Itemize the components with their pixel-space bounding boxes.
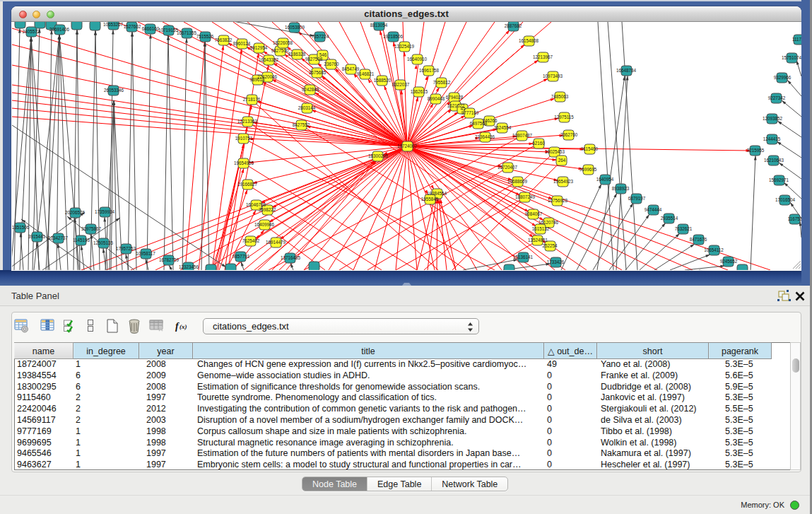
- svg-text:6466160: 6466160: [142, 26, 160, 31]
- svg-text:17359934: 17359934: [95, 209, 115, 214]
- svg-text:20691406: 20691406: [49, 27, 70, 32]
- svg-text:12213967: 12213967: [533, 54, 553, 59]
- svg-text:2405572: 2405572: [23, 29, 40, 34]
- svg-text:13716485: 13716485: [281, 255, 301, 260]
- svg-text:7515526: 7515526: [196, 34, 214, 39]
- svg-text:13325419: 13325419: [394, 44, 415, 49]
- svg-text:746266: 746266: [482, 118, 498, 123]
- svg-text:1145193: 1145193: [73, 238, 90, 243]
- svg-text:62160: 62160: [532, 141, 545, 146]
- svg-text:16961758: 16961758: [419, 68, 440, 73]
- svg-text:9115460: 9115460: [581, 146, 599, 151]
- svg-text:7955812: 7955812: [433, 80, 451, 85]
- svg-text:16046798: 16046798: [246, 202, 266, 207]
- svg-text:1588520: 1588520: [374, 78, 392, 83]
- svg-text:9242848: 9242848: [302, 87, 319, 92]
- svg-text:10688609: 10688609: [507, 179, 528, 184]
- svg-text:3698222: 3698222: [259, 207, 276, 212]
- svg-text:7485063: 7485063: [551, 94, 569, 99]
- svg-text:8471676: 8471676: [690, 237, 707, 242]
- svg-text:20206576: 20206576: [65, 210, 86, 215]
- svg-text:8938923: 8938923: [612, 186, 630, 191]
- svg-text:16543382: 16543382: [259, 57, 279, 62]
- svg-text:8427552: 8427552: [293, 122, 310, 127]
- svg-text:26053346: 26053346: [104, 88, 124, 93]
- svg-text:16409946: 16409946: [254, 222, 275, 227]
- svg-text:264: 264: [558, 158, 566, 163]
- svg-text:8990448: 8990448: [428, 96, 445, 101]
- svg-text:252254: 252254: [542, 243, 558, 248]
- svg-text:10958117: 10958117: [136, 251, 155, 256]
- svg-text:18300295: 18300295: [368, 153, 389, 158]
- svg-text:2718176: 2718176: [243, 97, 261, 102]
- svg-text:3675685: 3675685: [309, 70, 326, 75]
- svg-text:13524851: 13524851: [528, 238, 548, 243]
- svg-text:3624554: 3624554: [494, 125, 512, 130]
- svg-text:10654112: 10654112: [704, 247, 724, 252]
- svg-text:17957253: 17957253: [116, 246, 136, 251]
- svg-text:10719155: 10719155: [158, 28, 179, 33]
- svg-text:12975115: 12975115: [554, 115, 574, 119]
- svg-text:12505135: 12505135: [93, 240, 114, 245]
- svg-text:116753: 116753: [788, 216, 801, 221]
- svg-text:2803144: 2803144: [298, 105, 316, 110]
- svg-text:9474444: 9474444: [645, 207, 662, 212]
- svg-text:16782759: 16782759: [159, 257, 180, 262]
- svg-text:3915441: 3915441: [28, 234, 46, 239]
- svg-text:18724007: 18724007: [397, 144, 418, 148]
- svg-text:15136141: 15136141: [513, 255, 534, 259]
- svg-text:9857791: 9857791: [233, 254, 250, 259]
- svg-text:1640954: 1640954: [596, 177, 614, 182]
- svg-text:19384554: 19384554: [427, 191, 447, 196]
- svg-text:12323456: 12323456: [179, 264, 199, 269]
- svg-text:12213363: 12213363: [237, 119, 258, 124]
- svg-text:9777169: 9777169: [461, 110, 479, 115]
- svg-text:1615132: 1615132: [532, 226, 550, 231]
- svg-text:21364436: 21364436: [475, 134, 495, 139]
- svg-text:16120746: 16120746: [539, 220, 559, 225]
- svg-text:1244415: 1244415: [763, 136, 781, 141]
- svg-text:1362615: 1362615: [411, 89, 428, 94]
- svg-text:19654923: 19654923: [553, 179, 574, 184]
- svg-text:9227342: 9227342: [768, 95, 786, 100]
- svg-text:236760: 236760: [324, 62, 339, 66]
- svg-text:19166827: 19166827: [237, 182, 258, 187]
- svg-text:2887682: 2887682: [505, 23, 522, 28]
- svg-text:2362760: 2362760: [560, 132, 578, 137]
- svg-text:1733426: 1733426: [547, 259, 565, 264]
- svg-text:18226058: 18226058: [273, 40, 293, 45]
- svg-text:989613: 989613: [249, 77, 265, 82]
- svg-text:10653267: 10653267: [103, 22, 124, 27]
- svg-text:7663822: 7663822: [215, 37, 233, 42]
- svg-text:18807249: 18807249: [515, 194, 536, 199]
- svg-text:7625402: 7625402: [242, 238, 260, 243]
- svg-text:2935514: 2935514: [661, 216, 678, 221]
- svg-text:8912954: 8912954: [250, 45, 268, 50]
- svg-text:10973493: 10973493: [543, 74, 563, 78]
- svg-text:16914479: 16914479: [266, 240, 286, 245]
- svg-text:10756928: 10756928: [548, 198, 568, 203]
- svg-text:9146821: 9146821: [357, 71, 375, 76]
- svg-text:111749: 111749: [792, 37, 801, 42]
- svg-text:19218506: 19218506: [383, 34, 404, 39]
- svg-text:9329966: 9329966: [774, 75, 792, 80]
- svg-text:16053809: 16053809: [285, 25, 305, 30]
- svg-text:546: 546: [319, 52, 327, 57]
- svg-text:1910751: 1910751: [235, 136, 253, 141]
- svg-text:16154808: 16154808: [519, 38, 539, 43]
- svg-text:(x): (x): [180, 323, 187, 330]
- svg-text:9084067: 9084067: [525, 211, 543, 216]
- svg-text:16671355: 16671355: [177, 30, 197, 35]
- svg-text:1955845: 1955845: [421, 197, 439, 201]
- svg-text:10807487: 10807487: [512, 133, 533, 138]
- svg-text:8454749: 8454749: [342, 66, 360, 71]
- svg-text:1351506: 1351506: [12, 225, 30, 230]
- svg-text:10025453: 10025453: [545, 149, 565, 154]
- svg-text:7632621: 7632621: [675, 226, 693, 231]
- svg-text:30975867: 30975867: [81, 226, 102, 231]
- svg-text:12093852: 12093852: [763, 116, 783, 121]
- svg-text:1527602: 1527602: [124, 24, 141, 29]
- svg-text:15751074: 15751074: [782, 55, 801, 60]
- svg-text:8186328: 8186328: [288, 52, 306, 57]
- svg-text:8322037: 8322037: [392, 82, 410, 87]
